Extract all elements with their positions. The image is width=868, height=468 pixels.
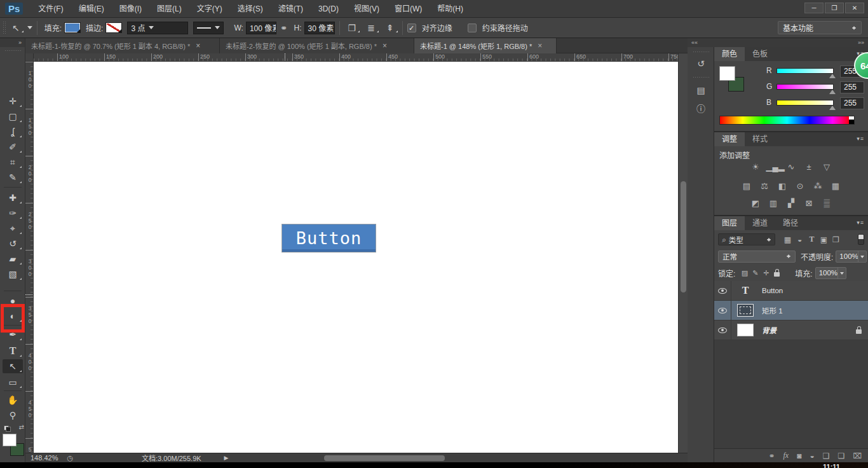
visibility-toggle[interactable]: [714, 281, 731, 301]
default-colors-icon[interactable]: [4, 425, 11, 432]
tab-close-icon[interactable]: ×: [383, 41, 387, 50]
eraser-tool[interactable]: ▰: [3, 252, 23, 266]
fill-color-swatch[interactable]: [64, 22, 81, 33]
red-slider-handle[interactable]: [829, 74, 836, 78]
history-panel-button[interactable]: ↺: [690, 56, 712, 71]
tab-layers[interactable]: 图层: [714, 216, 745, 230]
document-tab-1[interactable]: 未标题-1-恢复的 @ 70.7% (矩形 1 副本 4, RGB/8) * ×: [25, 38, 220, 53]
zoom-tool[interactable]: ⚲: [3, 408, 23, 422]
shape-height-field[interactable]: 30 像素: [304, 22, 335, 34]
layer-row-background[interactable]: 背景: [714, 320, 868, 340]
menu-filter[interactable]: 滤镜(T): [271, 0, 311, 18]
filter-type-layers-icon[interactable]: T: [806, 235, 818, 244]
color-lookup-icon[interactable]: ▦: [829, 181, 843, 191]
delete-layer-icon[interactable]: ⌧: [853, 451, 862, 460]
visibility-toggle[interactable]: [714, 320, 731, 340]
tab-close-icon[interactable]: ×: [538, 41, 542, 50]
spectrum-black-swatch[interactable]: [849, 120, 854, 124]
path-selection-tool[interactable]: ↖: [3, 359, 23, 373]
lock-position-icon[interactable]: ✛: [761, 269, 771, 277]
green-value-field[interactable]: 255: [840, 81, 864, 93]
collapse-left-icon[interactable]: ««: [691, 38, 698, 47]
posterize-icon[interactable]: ▥: [766, 198, 781, 209]
tab-paths[interactable]: 路径: [775, 216, 806, 230]
eyedropper-tool[interactable]: ✎: [3, 170, 23, 184]
toolbar-expand-icon[interactable]: »: [0, 38, 25, 47]
layer-filter-switch[interactable]: [858, 234, 864, 245]
stroke-color-swatch[interactable]: [105, 22, 122, 33]
info-panel-button[interactable]: ⓘ: [690, 100, 712, 116]
close-button[interactable]: ✕: [845, 3, 864, 13]
hue-saturation-icon[interactable]: ▤: [740, 181, 754, 191]
vertical-scrollbar-thumb[interactable]: [681, 181, 686, 292]
spot-healing-brush-tool[interactable]: ✚: [3, 191, 23, 205]
opacity-dropdown-icon[interactable]: [858, 251, 866, 262]
menu-image[interactable]: 图像(I): [112, 0, 149, 18]
link-dimensions-icon[interactable]: ⚭: [280, 23, 288, 33]
tab-close-icon[interactable]: ×: [196, 41, 200, 50]
layer-mask-icon[interactable]: ◙: [797, 451, 801, 460]
zoom-level-field[interactable]: 148.42%: [31, 454, 58, 462]
channel-mixer-icon[interactable]: ⁂: [811, 181, 825, 191]
document-tab-2[interactable]: 未标题-2-恢复的 @ 100% (矩形 1 副本, RGB/8) * ×: [220, 38, 414, 53]
workspace-switcher[interactable]: 基本功能: [778, 21, 862, 34]
layer-row-rectangle-selected[interactable]: 矩形 1: [714, 301, 868, 320]
menu-window[interactable]: 窗口(W): [387, 0, 430, 18]
gradient-tool[interactable]: ▧: [3, 267, 23, 281]
path-alignment-icon[interactable]: ≣: [367, 23, 375, 33]
restore-button[interactable]: ❐: [825, 3, 844, 13]
menu-view[interactable]: 视图(V): [346, 0, 387, 18]
document-canvas[interactable]: Button: [34, 62, 678, 453]
invert-icon[interactable]: ◩: [749, 198, 763, 209]
menu-help[interactable]: 帮助(H): [430, 0, 471, 18]
lock-pixels-icon[interactable]: ✎: [750, 269, 761, 277]
lasso-tool[interactable]: ʆ: [3, 125, 23, 139]
canvas-button-shape[interactable]: Button: [281, 224, 376, 252]
path-operations-icon[interactable]: ❐: [348, 23, 356, 33]
layer-style-icon[interactable]: fx: [783, 451, 789, 460]
foreground-color-swatch[interactable]: [3, 434, 17, 446]
red-slider[interactable]: [776, 68, 834, 74]
rectangular-marquee-tool[interactable]: ▢: [3, 109, 23, 123]
opacity-field[interactable]: 100%: [836, 251, 867, 263]
gradient-map-icon[interactable]: ▒: [820, 198, 834, 209]
tool-preset-icon[interactable]: ↖: [12, 23, 20, 33]
layer-filter-type-select[interactable]: ⌕ 类型: [718, 233, 775, 245]
menu-type[interactable]: 文字(Y): [189, 0, 230, 18]
menu-select[interactable]: 选择(S): [230, 0, 271, 18]
clone-stamp-tool[interactable]: ⌖: [3, 221, 23, 235]
minimize-button[interactable]: ─: [804, 3, 824, 13]
levels-icon[interactable]: ▁▄▂: [766, 162, 781, 172]
stroke-style-select[interactable]: [193, 22, 224, 34]
tool-preset-dropdown-icon[interactable]: [27, 26, 32, 32]
status-expand-icon[interactable]: ▶: [224, 455, 229, 461]
fill-field[interactable]: 100%: [815, 267, 846, 279]
history-brush-tool[interactable]: ↺: [3, 237, 23, 251]
tab-channels[interactable]: 通道: [745, 216, 775, 230]
menu-3d[interactable]: 3D(D): [311, 0, 346, 18]
crop-tool[interactable]: ⌗: [3, 155, 23, 169]
foreground-color-swatch[interactable]: [719, 66, 735, 81]
filter-shape-layers-icon[interactable]: ▣: [818, 235, 830, 244]
shape-width-field[interactable]: 100 像素: [246, 22, 276, 34]
stroke-width-select[interactable]: 3 点: [127, 22, 188, 34]
constrain-path-checkbox[interactable]: [468, 24, 477, 32]
new-adjustment-layer-icon[interactable]: ◒: [810, 451, 814, 460]
panel-menu-icon[interactable]: ▾≡: [857, 135, 864, 142]
color-balance-icon[interactable]: ⚖: [757, 181, 772, 191]
lock-all-icon[interactable]: [774, 272, 780, 277]
properties-panel-button[interactable]: ▤: [690, 83, 712, 98]
visibility-toggle[interactable]: [714, 301, 731, 320]
lock-transparency-icon[interactable]: ▨: [739, 269, 750, 277]
new-group-icon[interactable]: ❑: [823, 451, 830, 460]
brightness-contrast-icon[interactable]: ☀: [749, 162, 763, 172]
type-tool[interactable]: T: [3, 344, 23, 358]
blue-value-field[interactable]: 255: [840, 97, 864, 109]
collapse-right-icon[interactable]: »»: [858, 38, 864, 47]
blend-mode-select[interactable]: 正常: [718, 251, 796, 263]
blue-slider-handle[interactable]: [829, 106, 836, 110]
horizontal-scrollbar-thumb[interactable]: [324, 455, 445, 461]
path-arrangement-icon[interactable]: ⇞: [386, 23, 394, 33]
filter-adjustment-layers-icon[interactable]: ◒: [794, 235, 806, 244]
link-layers-icon[interactable]: ⚭: [768, 451, 775, 460]
